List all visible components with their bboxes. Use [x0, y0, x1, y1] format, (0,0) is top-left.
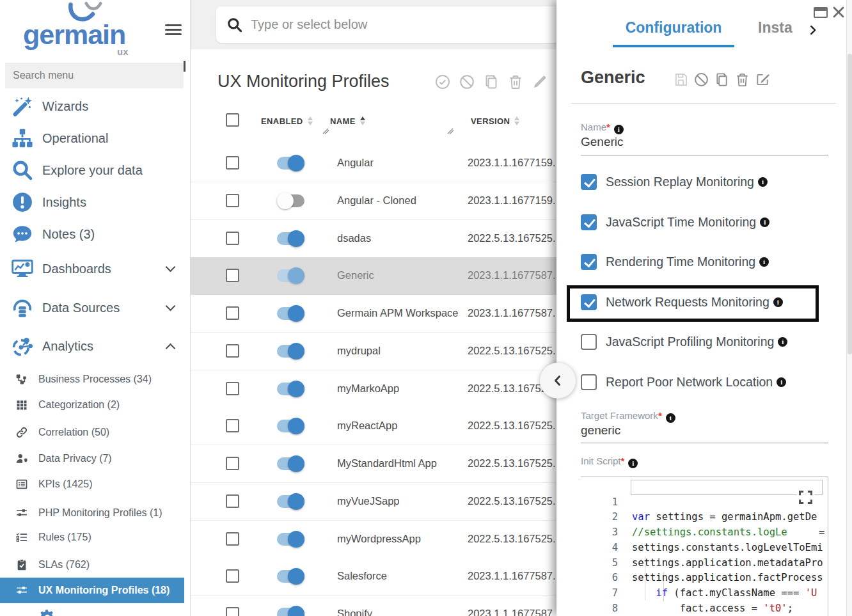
trash-icon[interactable] — [735, 72, 750, 87]
option-checkbox[interactable] — [581, 254, 597, 270]
row-checkbox[interactable] — [226, 194, 239, 207]
ban-icon[interactable] — [694, 72, 709, 87]
chevron-down-icon[interactable] — [166, 262, 176, 272]
sort-icon[interactable] — [514, 116, 520, 126]
sidebar-item-explore-your-data[interactable]: Explore your data — [0, 156, 184, 184]
sidebar-scrollbar-thumb[interactable] — [184, 61, 185, 72]
close-icon[interactable] — [832, 5, 846, 19]
table-row[interactable]: MyStandardHtml App 2022.5.13.167525. — [191, 445, 556, 483]
enabled-toggle[interactable] — [277, 457, 304, 470]
row-checkbox[interactable] — [226, 419, 239, 432]
sidebar-item-analytics[interactable]: Analytics — [0, 332, 184, 360]
table-row[interactable]: Salesforce 2023.1.1.1677587. — [191, 558, 556, 596]
ban-icon[interactable] — [459, 74, 475, 90]
save-icon[interactable] — [674, 72, 688, 87]
sidebar-subitem-data-privacy[interactable]: Data Privacy (7) — [0, 446, 184, 471]
name-field-value[interactable]: Generic — [581, 135, 624, 149]
enabled-toggle[interactable] — [277, 383, 304, 395]
collapse-panel-button[interactable] — [540, 363, 576, 399]
table-row[interactable]: myMarkoApp 2022.5.13.167525. — [191, 370, 556, 408]
info-icon[interactable]: i — [778, 337, 787, 347]
sidebar-item-operational[interactable]: Operational — [0, 124, 184, 152]
sidebar-subitem-categorization[interactable]: Categorization (2) — [0, 392, 184, 418]
info-icon[interactable]: i — [758, 177, 768, 187]
table-row[interactable]: Angular - Cloned 2023.1.1.1677159. — [191, 182, 556, 220]
info-icon[interactable]: i — [777, 377, 786, 387]
row-checkbox[interactable] — [226, 156, 239, 170]
enabled-toggle[interactable] — [277, 570, 304, 583]
sidebar-subitem-rules[interactable]: Rules (175) — [0, 525, 184, 550]
row-checkbox[interactable] — [226, 306, 239, 320]
copy-icon[interactable] — [484, 74, 499, 90]
sort-icon[interactable] — [308, 116, 313, 126]
option-checkbox[interactable] — [581, 334, 597, 350]
sidebar-item-insights[interactable]: Insights — [0, 188, 184, 216]
chevron-down-icon[interactable] — [166, 301, 176, 312]
table-row[interactable]: mydrupal 2022.5.13.167525. — [191, 333, 556, 370]
main-search-input[interactable] — [251, 17, 556, 32]
row-checkbox[interactable] — [226, 344, 239, 358]
sidebar-subitem-business-processes[interactable]: Business Processes (34) — [0, 367, 184, 392]
target-framework-value[interactable]: generic — [581, 423, 620, 438]
enabled-toggle[interactable] — [277, 533, 304, 546]
chevron-right-icon[interactable] — [806, 23, 820, 37]
sidebar-subitem-kpis[interactable]: KPIs (1425) — [0, 471, 184, 497]
enabled-toggle[interactable] — [277, 194, 304, 207]
select-all-checkbox[interactable] — [226, 113, 239, 127]
option-checkbox[interactable] — [581, 374, 597, 390]
enabled-toggle[interactable] — [277, 232, 304, 245]
table-row[interactable]: Angular 2023.1.1.1677159. — [191, 145, 556, 182]
table-row[interactable]: Shopify 2023.1.1.1677587 — [191, 596, 556, 616]
chevron-up-icon[interactable] — [166, 344, 176, 354]
row-checkbox[interactable] — [226, 494, 239, 508]
option-checkbox[interactable] — [581, 294, 597, 310]
sidebar-item-data-sources[interactable]: Data Sources — [0, 294, 184, 322]
sort-icon-asc[interactable] — [360, 116, 366, 126]
row-checkbox[interactable] — [226, 269, 239, 282]
row-checkbox[interactable] — [226, 457, 239, 470]
hamburger-menu-icon[interactable] — [165, 24, 182, 36]
table-row[interactable]: Germain APM Workspace 2023.1.1.1677587. — [191, 295, 556, 333]
row-checkbox[interactable] — [226, 382, 239, 395]
option-checkbox[interactable] — [581, 214, 597, 230]
table-row[interactable]: myWordpressApp 2022.5.13.167525. — [191, 521, 556, 558]
column-header-enabled[interactable]: ENABLED — [261, 116, 313, 126]
enabled-toggle[interactable] — [277, 269, 304, 282]
enabled-toggle[interactable] — [277, 420, 304, 432]
row-checkbox[interactable] — [226, 232, 239, 245]
sidebar-item-dashboards[interactable]: Dashboards — [0, 255, 184, 283]
info-icon[interactable]: i — [759, 257, 769, 267]
sidebar-subitem-ux-monitoring-profiles[interactable]: UX Monitoring Profiles (18) — [0, 578, 184, 603]
scrollbar-thumb[interactable] — [848, 54, 852, 354]
row-checkbox[interactable] — [226, 532, 239, 546]
table-row[interactable]: dsadas 2022.5.13.167525. — [191, 220, 556, 258]
tab-configuration[interactable]: Configuration — [613, 19, 734, 36]
copy-icon[interactable] — [714, 72, 729, 87]
info-icon[interactable]: i — [773, 297, 783, 307]
row-checkbox[interactable] — [226, 607, 239, 616]
window-restore-icon[interactable] — [814, 7, 828, 18]
table-row[interactable]: myReactApp 2022.5.13.167525. — [191, 407, 556, 445]
table-row[interactable]: Generic 2023.1.1.1677587. — [191, 257, 556, 295]
enabled-toggle[interactable] — [277, 345, 304, 358]
trash-icon[interactable] — [508, 74, 523, 90]
enabled-toggle[interactable] — [277, 608, 304, 616]
edit-icon[interactable] — [755, 72, 770, 87]
row-checkbox[interactable] — [226, 569, 239, 583]
init-script-editor[interactable]: 1 var settings = germainApm.getDe 2 //se… — [581, 477, 828, 616]
check-circle-icon[interactable] — [435, 74, 450, 90]
info-icon[interactable]: i — [628, 459, 638, 468]
column-header-name[interactable]: NAME — [330, 116, 366, 126]
column-header-version[interactable]: VERSION — [471, 116, 520, 126]
tab-installation[interactable]: Insta — [758, 19, 793, 36]
info-icon[interactable]: i — [666, 413, 675, 423]
sidebar-item-notes-3[interactable]: Notes (3) — [0, 220, 184, 248]
enabled-toggle[interactable] — [277, 495, 304, 508]
pencil-icon[interactable] — [532, 74, 548, 90]
enabled-toggle[interactable] — [277, 157, 304, 170]
detail-scrollbar[interactable] — [846, 0, 852, 616]
sidebar-item-wizards[interactable]: Wizards — [0, 92, 184, 120]
sidebar-subitem-php-monitoring-profiles[interactable]: PHP Monitoring Profiles (1) — [0, 500, 184, 526]
sidebar-search-input[interactable] — [5, 63, 184, 88]
sidebar-subitem-slas[interactable]: SLAs (762) — [0, 552, 184, 578]
